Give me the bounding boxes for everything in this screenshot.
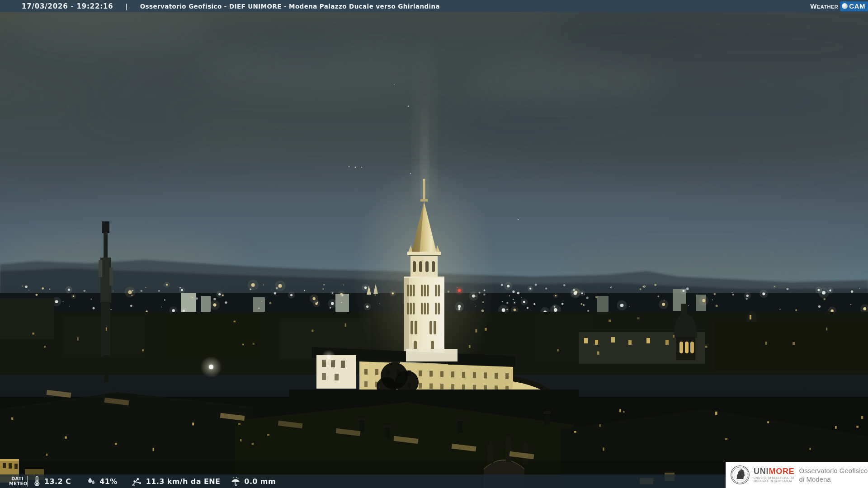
unimore-wordmark: UNIMORE UNIVERSITÀ DEGLI STUDI DI MODENA… — [754, 467, 795, 483]
dati-meteo-label: DATI METEO — [9, 476, 24, 486]
globe-icon — [842, 3, 848, 9]
temperature-reading: 13.2 C — [32, 476, 71, 486]
webcam-frame: 17/03/2026 - 19:22:16 | Osservatorio Geo… — [0, 0, 868, 488]
humidity-icon — [86, 476, 96, 486]
weathercam-badge: CAM — [840, 1, 868, 11]
unimore-subtitle: UNIVERSITÀ DEGLI STUDI DI MODENA E REGGI… — [754, 476, 795, 483]
separator: | — [126, 3, 128, 10]
humidity-value: 41% — [99, 477, 118, 486]
wind-reading: 11.3 km/h da ENE — [131, 476, 221, 486]
wind-icon — [131, 476, 143, 486]
thermometer-icon — [32, 476, 41, 486]
top-info-bar: 17/03/2026 - 19:22:16 | Osservatorio Geo… — [0, 0, 868, 12]
weathercam-logo[interactable]: Weather CAM — [810, 0, 868, 12]
webcam-title: Osservatorio Geofisico - DIEF UNIMORE - … — [140, 3, 440, 10]
rain-value: 0.0 mm — [244, 477, 276, 486]
night-cityscape-photo — [0, 0, 868, 488]
weathercam-word: Weather — [810, 2, 838, 10]
rain-icon — [230, 476, 241, 486]
timestamp: 17/03/2026 - 19:22:16 — [22, 2, 113, 10]
unimore-seal-icon — [731, 465, 750, 484]
rain-reading: 0.0 mm — [230, 476, 276, 486]
wind-value: 11.3 km/h da ENE — [146, 477, 221, 486]
weathercam-cam: CAM — [849, 2, 865, 10]
divider — [27, 476, 28, 487]
observatory-name: Osservatorio Geofisico di Modena — [799, 466, 868, 483]
temperature-value: 13.2 C — [44, 477, 71, 486]
humidity-reading: 41% — [86, 476, 118, 486]
unimore-logo-box[interactable]: UNIMORE UNIVERSITÀ DEGLI STUDI DI MODENA… — [726, 462, 868, 488]
